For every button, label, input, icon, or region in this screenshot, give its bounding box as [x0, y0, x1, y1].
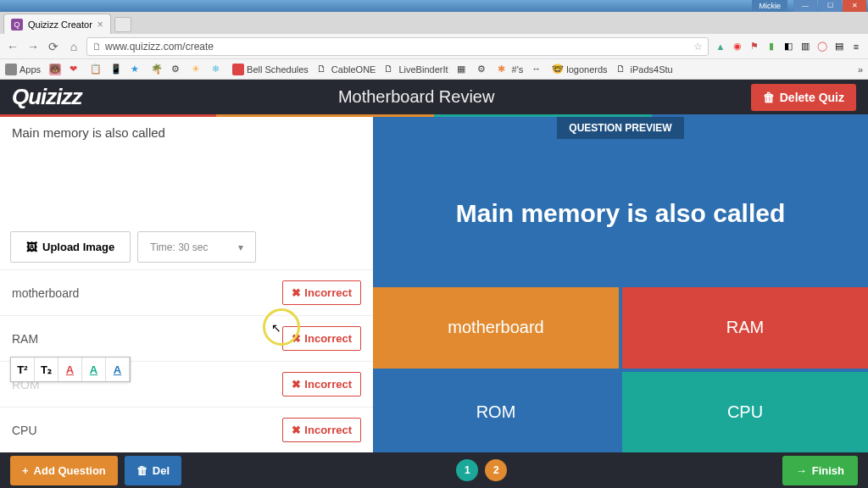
color-red-button[interactable]: A: [58, 358, 82, 381]
subscript-button[interactable]: T₂: [35, 358, 58, 381]
window-titlebar: Mickie — ☐ ✕: [0, 0, 868, 12]
delete-question-button[interactable]: 🗑 Del: [125, 456, 181, 485]
new-tab-button[interactable]: [114, 17, 131, 32]
app-root: Quizizz Motherboard Review 🗑 Delete Quiz…: [0, 80, 868, 488]
page-icon: 🗋: [92, 42, 102, 52]
answer-row[interactable]: ROM ✖Incorrect T² T₂ A A A: [0, 361, 373, 407]
window-user: Mickie: [752, 0, 787, 12]
tab-close-icon[interactable]: ×: [97, 19, 103, 30]
ext-icon[interactable]: ▥: [798, 40, 812, 53]
add-question-button[interactable]: + Add Question: [10, 456, 118, 485]
back-icon[interactable]: ←: [5, 40, 20, 53]
correctness-toggle[interactable]: ✖Incorrect: [282, 280, 361, 305]
upload-image-button[interactable]: 🖼 Upload Image: [10, 231, 131, 263]
browser-tabstrip: Q Quizizz Creator ×: [0, 12, 868, 34]
bookmark-item[interactable]: 🗋LiveBinderIt: [384, 64, 448, 75]
chevron-down-icon: ▾: [238, 241, 243, 253]
time-select[interactable]: Time: 30 sec ▾: [137, 231, 256, 263]
ext-icon[interactable]: ▤: [832, 40, 846, 53]
editor-controls: 🖼 Upload Image Time: 30 sec ▾: [0, 225, 373, 269]
url-text: www.quizizz.com/create: [105, 41, 214, 53]
preview-answers: motherboard RAM ROM CPU: [373, 287, 868, 452]
bookmark-item[interactable]: ▦: [457, 64, 469, 75]
plus-icon: +: [22, 464, 29, 477]
reload-icon[interactable]: ⟳: [46, 40, 61, 53]
bookmark-item[interactable]: ↔: [531, 64, 543, 75]
ext-icon[interactable]: ◯: [815, 40, 829, 53]
answer-text[interactable]: CPU: [12, 424, 37, 437]
question-pager: 1 2: [188, 459, 776, 481]
bookmark-item[interactable]: Bell Schedules: [232, 64, 309, 75]
home-icon[interactable]: ⌂: [66, 40, 81, 53]
address-bar[interactable]: 🗋 www.quizizz.com/create ☆: [86, 37, 709, 56]
preview-label: QUESTION PREVIEW: [557, 117, 683, 139]
ext-icon[interactable]: ⚑: [748, 40, 761, 53]
x-icon: ✖: [292, 286, 301, 299]
superscript-button[interactable]: T²: [11, 358, 35, 381]
app-header: Quizizz Motherboard Review 🗑 Delete Quiz: [0, 80, 868, 117]
correctness-toggle[interactable]: ✖Incorrect: [282, 418, 361, 442]
ext-icon[interactable]: ▲: [714, 40, 727, 53]
answer-row[interactable]: RAM ✖Incorrect: [0, 315, 373, 361]
favicon-icon: Q: [11, 19, 23, 30]
ext-icon[interactable]: ▮: [765, 40, 778, 53]
question-input[interactable]: Main memory is also called: [0, 117, 373, 225]
bookmark-item[interactable]: 🤓logonerds: [552, 64, 607, 75]
preview-question: Main memory is also called: [373, 139, 868, 287]
arrow-right-icon: →: [796, 464, 807, 477]
preview-panel: QUESTION PREVIEW Main memory is also cal…: [373, 117, 868, 452]
quiz-title[interactable]: Motherboard Review: [82, 87, 751, 107]
format-toolbar: T² T₂ A A A: [10, 357, 131, 382]
x-icon: ✖: [292, 332, 301, 345]
app-body: Main memory is also called 🖼 Upload Imag…: [0, 117, 868, 452]
answer-text[interactable]: RAM: [12, 332, 38, 346]
apps-button[interactable]: Apps: [5, 64, 41, 75]
bookmark-item[interactable]: 🗋CableONE: [317, 64, 376, 75]
correctness-toggle[interactable]: ✖Incorrect: [282, 372, 361, 396]
color-blue-button[interactable]: A: [106, 358, 130, 381]
star-icon[interactable]: ☆: [693, 41, 703, 53]
answer-row[interactable]: motherboard ✖Incorrect: [0, 269, 373, 315]
bookmark-item[interactable]: ★: [131, 64, 142, 75]
bookmark-item[interactable]: ✱#'s: [498, 64, 524, 75]
bookmark-item[interactable]: ❤: [70, 64, 81, 75]
answer-text[interactable]: motherboard: [12, 286, 79, 300]
preview-tile: ROM: [373, 372, 619, 453]
question-number[interactable]: 1: [456, 459, 478, 481]
bookmark-item[interactable]: 🐻: [49, 64, 61, 75]
tab-title: Quizizz Creator: [28, 19, 92, 30]
window-maximize[interactable]: ☐: [818, 0, 842, 12]
preview-tile: RAM: [622, 287, 868, 369]
bookmark-item[interactable]: ☀: [192, 64, 203, 75]
question-number[interactable]: 2: [485, 459, 507, 481]
bookmark-item[interactable]: 🌴: [151, 64, 163, 75]
menu-icon[interactable]: ≡: [849, 40, 863, 53]
bookmark-item[interactable]: 🗋iPads4Stu: [616, 64, 673, 75]
bookmark-item[interactable]: 📱: [110, 64, 122, 75]
image-icon: 🖼: [26, 241, 37, 253]
ext-icon[interactable]: ◧: [782, 40, 795, 53]
extensions: ▲ ◉ ⚑ ▮ ◧ ▥ ◯ ▤ ≡: [714, 40, 863, 53]
finish-button[interactable]: → Finish: [782, 456, 858, 485]
delete-quiz-button[interactable]: 🗑 Delete Quiz: [751, 84, 856, 111]
bookmark-item[interactable]: 📋: [90, 64, 102, 75]
bookmark-item[interactable]: ⚙: [477, 64, 489, 75]
bookmarks-bar: Apps 🐻 ❤ 📋 📱 ★ 🌴 ⚙ ☀ ❄ Bell Schedules 🗋C…: [0, 59, 868, 80]
trash-icon: 🗑: [136, 464, 147, 477]
forward-icon[interactable]: →: [25, 40, 41, 53]
ext-icon[interactable]: ◉: [731, 40, 744, 53]
trash-icon: 🗑: [763, 91, 775, 104]
browser-tab[interactable]: Q Quizizz Creator ×: [3, 14, 111, 34]
bookmarks-overflow[interactable]: »: [858, 64, 863, 75]
preview-tile: motherboard: [373, 287, 619, 369]
x-icon: ✖: [292, 424, 301, 436]
window-minimize[interactable]: —: [793, 0, 817, 12]
bookmark-item[interactable]: ❄: [212, 64, 224, 75]
correctness-toggle[interactable]: ✖Incorrect: [282, 326, 361, 351]
color-green-button[interactable]: A: [82, 358, 106, 381]
bookmark-item[interactable]: ⚙: [171, 64, 183, 75]
x-icon: ✖: [292, 378, 301, 391]
app-footer: + Add Question 🗑 Del 1 2 → Finish: [0, 452, 868, 488]
window-close[interactable]: ✕: [843, 0, 866, 12]
answer-row[interactable]: CPU ✖Incorrect: [0, 407, 373, 452]
